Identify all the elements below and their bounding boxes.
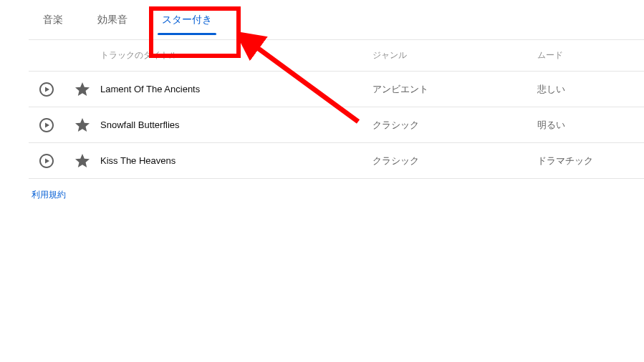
header-title: トラックのタイトル (100, 49, 373, 62)
track-genre: アンビエント (373, 83, 537, 96)
track-title: Kiss The Heavens (100, 155, 373, 166)
play-icon[interactable] (29, 81, 64, 98)
table-header: トラックのタイトル ジャンル ムード (29, 40, 644, 72)
play-icon[interactable] (29, 152, 64, 170)
star-icon[interactable] (64, 81, 100, 98)
track-mood: 明るい (537, 119, 644, 132)
tab-starred[interactable]: スター付き (156, 0, 218, 39)
tab-sfx[interactable]: 効果音 (92, 0, 133, 39)
table-row: Lament Of The Ancients アンビエント 悲しい (29, 72, 644, 107)
track-mood: 悲しい (537, 83, 644, 96)
table-row: Kiss The Heavens クラシック ドラマチック (29, 143, 644, 179)
star-icon[interactable] (64, 152, 100, 170)
track-genre: クラシック (373, 155, 537, 167)
track-title: Lament Of The Ancients (100, 84, 373, 94)
tabs-bar: 音楽 効果音 スター付き (29, 0, 644, 40)
header-genre: ジャンル (373, 49, 537, 62)
star-icon[interactable] (64, 117, 100, 134)
header-mood: ムード (537, 49, 644, 62)
tab-music[interactable]: 音楽 (37, 0, 69, 39)
track-genre: クラシック (373, 119, 537, 132)
track-mood: ドラマチック (537, 155, 644, 167)
play-icon[interactable] (29, 117, 64, 134)
table-row: Snowfall Butterflies クラシック 明るい (29, 107, 644, 143)
terms-link[interactable]: 利用規約 (29, 179, 66, 201)
track-title: Snowfall Butterflies (100, 119, 373, 130)
